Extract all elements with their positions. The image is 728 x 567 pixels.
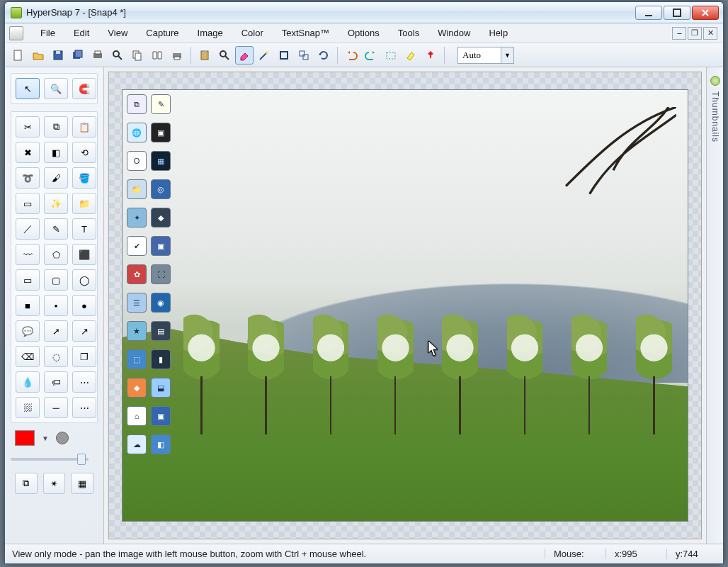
tool-blur[interactable]: ◌ — [44, 346, 68, 367]
tool-stamp[interactable]: 🏷 — [44, 371, 68, 393]
minimize-button[interactable] — [635, 6, 662, 20]
tb-open[interactable] — [29, 46, 47, 64]
menu-options[interactable]: Options — [339, 26, 388, 40]
tool-select[interactable]: ▭ — [16, 193, 40, 214]
tb-saveall[interactable] — [69, 46, 87, 64]
tb-book[interactable] — [148, 46, 166, 64]
menu-view[interactable]: View — [99, 26, 136, 40]
tool-folder[interactable]: 📁 — [72, 193, 96, 214]
eraser-icon: ⌫ — [21, 352, 34, 362]
image-canvas[interactable]: ⧉✎ 🌐▣ O▦ 📁◎ ✦◆ ✔▣ ✿⛶ ☰◉ ★▤ ⬚▮ ◆⬓ ⌂▣ ☁◧ — [122, 89, 688, 522]
tool-delete[interactable]: ✖ — [16, 142, 40, 163]
tool-copy[interactable]: ⧉ — [44, 116, 68, 137]
svg-rect-8 — [95, 51, 101, 54]
menu-textsnap[interactable]: TextSnap™ — [273, 26, 338, 40]
tb-region[interactable] — [382, 46, 400, 64]
tool-lasso[interactable]: ➰ — [16, 167, 40, 189]
tool-flip[interactable]: ⟲ — [72, 142, 96, 163]
tool-pencil[interactable]: ✎ — [44, 218, 68, 240]
tool-pointer[interactable]: ↖ — [16, 78, 40, 99]
zoom-input[interactable] — [458, 47, 501, 63]
tool-more[interactable]: ⋯ — [72, 371, 96, 393]
menu-capture[interactable]: Capture — [137, 26, 187, 40]
mdi-minimize[interactable]: ‒ — [672, 27, 686, 40]
mdi-close[interactable]: ✕ — [703, 27, 717, 40]
book-icon — [151, 49, 164, 62]
tb-resize[interactable] — [295, 46, 313, 64]
tb-eraser[interactable] — [235, 46, 254, 64]
tb-crop[interactable] — [275, 46, 293, 64]
tool-dash[interactable]: ─ — [44, 397, 68, 418]
tool-dropper[interactable]: 💧 — [16, 371, 40, 393]
tool-fx[interactable]: ✴ — [43, 473, 66, 494]
tool-rect[interactable]: ▭ — [16, 269, 40, 291]
tool-polyline[interactable]: 〰 — [16, 244, 40, 265]
tool-callout[interactable]: 💬 — [16, 320, 40, 342]
chevron-down-icon[interactable]: ▼ — [42, 434, 49, 442]
foreground-color[interactable] — [15, 430, 35, 446]
tool-spray[interactable]: ⛆ — [16, 397, 40, 418]
tb-save[interactable] — [49, 46, 67, 64]
mdi-restore[interactable]: ❐ — [688, 27, 702, 40]
tb-printer2[interactable] — [168, 46, 186, 64]
tb-undo[interactable] — [342, 46, 360, 64]
tb-copy[interactable] — [128, 46, 147, 64]
tool-fillellipse[interactable]: ● — [72, 295, 96, 316]
tool-text[interactable]: T — [72, 218, 96, 240]
canvas-area[interactable]: ⧉✎ 🌐▣ O▦ 📁◎ ✦◆ ✔▣ ✿⛶ ☰◉ ★▤ ⬚▮ ◆⬓ ⌂▣ ☁◧ — [108, 72, 702, 539]
tool-cut[interactable]: ✂ — [16, 116, 40, 137]
tool-polygon[interactable]: ⬠ — [44, 244, 68, 265]
tb-redo[interactable] — [362, 46, 380, 64]
tool-arrow2[interactable]: ↗ — [72, 320, 96, 342]
status-y: y:744 — [666, 549, 716, 559]
tb-clipboard[interactable] — [195, 46, 214, 64]
tool-arrow[interactable]: ➚ — [44, 320, 68, 342]
tb-highlight[interactable] — [402, 46, 420, 64]
tb-new[interactable] — [9, 46, 28, 64]
tool-ellipse[interactable]: ◯ — [72, 269, 96, 291]
printer-icon — [171, 49, 183, 62]
tool-fillrect[interactable]: ■ — [16, 295, 40, 316]
tool-paste[interactable]: 📋 — [72, 116, 96, 137]
secondary-color[interactable] — [56, 432, 69, 444]
tool-magnet[interactable]: 🧲 — [72, 78, 96, 99]
menu-image[interactable]: Image — [189, 26, 232, 40]
menu-window[interactable]: Window — [429, 26, 479, 40]
tb-find[interactable] — [215, 46, 234, 64]
zoom-combo[interactable]: ▼ — [457, 47, 514, 64]
tool-dots[interactable]: ⋯ — [72, 397, 96, 418]
tool-crop[interactable]: ◧ — [44, 142, 68, 163]
menu-edit[interactable]: Edit — [65, 26, 98, 40]
tb-print[interactable] — [89, 46, 107, 64]
title-bar[interactable]: HyperSnap 7 - [Snap4 *] — [5, 2, 723, 23]
tool-zoom[interactable]: 🔍 — [44, 78, 68, 99]
tool-fillround[interactable]: ▪ — [44, 295, 68, 316]
tb-pin[interactable] — [421, 46, 440, 64]
slider-thumb[interactable] — [77, 454, 86, 465]
menu-help[interactable]: Help — [480, 26, 516, 40]
maximize-button[interactable] — [664, 6, 690, 20]
tool-fill[interactable]: 🪣 — [72, 167, 96, 189]
pointer-icon: ↖ — [24, 84, 32, 94]
tool-layer[interactable]: ⧉ — [15, 473, 38, 494]
rotate-icon — [317, 49, 330, 62]
tool-wand[interactable]: ✨ — [44, 193, 68, 214]
clipboard-icon — [198, 49, 211, 62]
zoom-dropdown[interactable]: ▼ — [501, 47, 513, 63]
menu-tools[interactable]: Tools — [389, 26, 428, 40]
tb-zoom[interactable] — [108, 46, 127, 64]
tool-grid[interactable]: ▦ — [71, 473, 93, 494]
tool-brush[interactable]: 🖌 — [44, 167, 68, 189]
close-button[interactable] — [692, 6, 719, 20]
thumbnails-panel[interactable]: Thumbnails — [706, 67, 723, 544]
tb-wand[interactable] — [255, 46, 273, 64]
tool-eraser[interactable]: ⌫ — [16, 346, 40, 367]
tool-shape[interactable]: ⬛ — [72, 244, 96, 265]
tb-rotate[interactable] — [314, 46, 333, 64]
opacity-slider[interactable] — [11, 453, 89, 466]
tool-highlight[interactable]: ❐ — [72, 346, 96, 367]
tool-line[interactable]: ／ — [16, 218, 40, 240]
menu-file[interactable]: File — [32, 26, 64, 40]
tool-roundrect[interactable]: ▢ — [44, 269, 68, 291]
menu-color[interactable]: Color — [233, 26, 272, 40]
